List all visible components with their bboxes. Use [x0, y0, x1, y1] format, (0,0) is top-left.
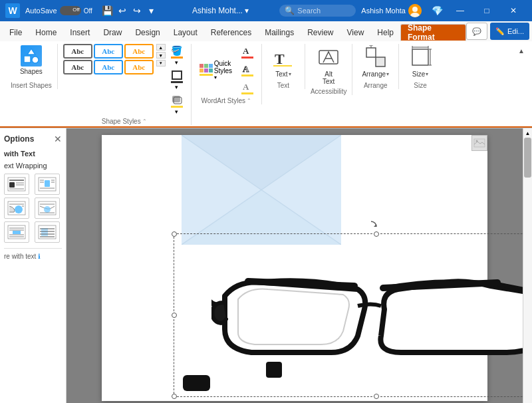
- shapes-button[interactable]: Shapes: [17, 44, 46, 76]
- close-button[interactable]: ✕: [500, 0, 527, 21]
- text-arrow[interactable]: ▾: [289, 71, 291, 77]
- more-commands-icon[interactable]: ▾: [146, 5, 158, 17]
- shape-fill-icon: 🪣: [171, 45, 182, 56]
- handle-middle-left[interactable]: [172, 313, 177, 318]
- side-panel-close-button[interactable]: ✕: [54, 134, 62, 144]
- shape-style-6[interactable]: Abc: [124, 60, 154, 74]
- wordart-expand[interactable]: ⌃: [247, 98, 251, 104]
- wrap-topbottom-button[interactable]: [4, 221, 29, 243]
- vertical-scrollbar[interactable]: ▲ ▼: [523, 128, 532, 403]
- shape-outline-color-bar: [171, 81, 183, 83]
- handle-bottom-left[interactable]: [172, 394, 177, 399]
- editing-button[interactable]: ✏️ Edi...: [490, 23, 529, 40]
- text-effects-icon: A: [241, 81, 253, 92]
- text-button[interactable]: T Text ▾: [267, 44, 299, 79]
- ribbon-content: Shapes Insert Shapes Abc Abc Abc Abc: [0, 41, 532, 128]
- search-icon: 🔍: [285, 6, 295, 15]
- shape-effects-button[interactable]: ▾: [168, 93, 186, 116]
- arrange-icon: [364, 45, 388, 69]
- search-box[interactable]: 🔍: [279, 5, 356, 17]
- tab-design[interactable]: Design: [128, 24, 166, 41]
- tab-home[interactable]: Home: [29, 24, 63, 41]
- alt-text-button[interactable]: AltText: [313, 44, 344, 86]
- size-group: Size ▾ Size: [399, 44, 442, 89]
- tab-insert[interactable]: Insert: [63, 24, 96, 41]
- text-effects-button[interactable]: A: [239, 80, 256, 96]
- shape-effects-color-bar: [171, 106, 183, 108]
- arrange-arrow[interactable]: ▾: [386, 71, 389, 77]
- size-group-label: Size: [414, 80, 426, 89]
- editing-label: Edi...: [507, 27, 524, 35]
- wordart-styles-content: Quick Styles ▾ A A: [197, 44, 256, 96]
- arrange-button[interactable]: Arrange ▾: [358, 44, 393, 79]
- glasses-image[interactable]: [208, 236, 523, 396]
- shape-style-4[interactable]: Abc: [63, 60, 92, 74]
- wrap-tight-button[interactable]: [4, 198, 29, 219]
- wrap-inline-button[interactable]: [4, 174, 29, 195]
- shape-style-1[interactable]: Abc: [63, 44, 92, 59]
- size-arrow[interactable]: ▾: [426, 71, 428, 77]
- document-title: Ashish Moht... ▾: [162, 6, 279, 15]
- shape-style-5[interactable]: Abc: [94, 60, 123, 74]
- quick-styles-icon: [200, 64, 213, 76]
- wrap-through-button[interactable]: [35, 198, 60, 219]
- gem-icon[interactable]: 💎: [431, 5, 443, 17]
- autosave-toggle[interactable]: [60, 6, 81, 15]
- alt-text-label: AltText: [323, 70, 334, 85]
- redo-icon[interactable]: ↪: [131, 5, 143, 17]
- svg-rect-6: [172, 71, 182, 79]
- tab-shape-format[interactable]: Shape Format: [400, 24, 466, 41]
- side-panel: Options ✕ with Text ext Wrapping: [0, 128, 66, 403]
- undo-icon[interactable]: ↩: [116, 5, 128, 17]
- shape-outline-button[interactable]: ▾: [168, 68, 186, 92]
- svg-text:A: A: [243, 64, 249, 74]
- shape-outline-arrow[interactable]: ▾: [175, 84, 178, 90]
- quick-styles-button[interactable]: Quick Styles ▾: [197, 59, 235, 82]
- svg-rect-35: [45, 180, 50, 187]
- tab-file[interactable]: File: [3, 24, 29, 41]
- move-with-text-info-icon[interactable]: ℹ: [38, 253, 41, 260]
- shape-styles-content: Abc Abc Abc Abc Abc Abc ▲ ▼ ▾: [63, 44, 186, 116]
- tab-help[interactable]: Help: [370, 24, 400, 41]
- comments-button[interactable]: 💬: [466, 23, 487, 40]
- text-outline-button[interactable]: A: [239, 62, 256, 78]
- handle-top-left[interactable]: [172, 231, 177, 237]
- scroll-thumb[interactable]: [524, 138, 531, 178]
- shape-fill-button[interactable]: 🪣 ▾: [168, 44, 186, 67]
- minimize-button[interactable]: —: [447, 0, 473, 21]
- tab-layout[interactable]: Layout: [167, 24, 204, 41]
- text-fill-button[interactable]: A: [239, 44, 256, 60]
- tab-review[interactable]: Review: [301, 24, 340, 41]
- tab-mailings[interactable]: Mailings: [258, 24, 301, 41]
- quick-styles-arrow[interactable]: ▾: [214, 74, 217, 80]
- shape-fill-arrow[interactable]: ▾: [175, 59, 178, 66]
- user-name: Ashish Mohta: [361, 7, 406, 15]
- inline-section-label: with Text: [4, 150, 62, 158]
- save-icon[interactable]: 💾: [102, 5, 114, 17]
- size-label: Size: [412, 70, 425, 78]
- insert-shapes-content: Shapes: [17, 44, 46, 80]
- tab-references[interactable]: References: [204, 24, 258, 41]
- scroll-up-button[interactable]: ▲: [523, 128, 533, 138]
- shape-styles-expand[interactable]: ⌃: [142, 118, 147, 124]
- maximize-button[interactable]: □: [473, 0, 500, 21]
- style-scroll-more[interactable]: ▾: [156, 60, 166, 67]
- shape-style-2[interactable]: Abc: [94, 44, 123, 59]
- ribbon-collapse-button[interactable]: ▲: [516, 45, 527, 56]
- shape-style-3[interactable]: Abc: [124, 44, 154, 59]
- style-scroll-up[interactable]: ▲: [156, 44, 166, 51]
- text-icon: T: [271, 45, 295, 69]
- text-label: Text: [275, 70, 287, 78]
- text-group-content: T Text ▾: [267, 44, 299, 80]
- wrap-square-button[interactable]: [35, 174, 60, 195]
- wrap-behind-button[interactable]: [35, 221, 60, 243]
- arrange-content: Arrange ▾: [358, 44, 393, 80]
- tab-draw[interactable]: Draw: [96, 24, 128, 41]
- scroll-track[interactable]: [523, 138, 532, 403]
- size-button[interactable]: Size ▾: [404, 44, 436, 79]
- tab-view[interactable]: View: [340, 24, 371, 41]
- shape-fill-outline-buttons: 🪣 ▾ ▾: [167, 44, 186, 116]
- style-scroll-down[interactable]: ▼: [156, 52, 166, 59]
- shape-effects-arrow[interactable]: ▾: [175, 108, 178, 115]
- search-input[interactable]: [297, 7, 350, 15]
